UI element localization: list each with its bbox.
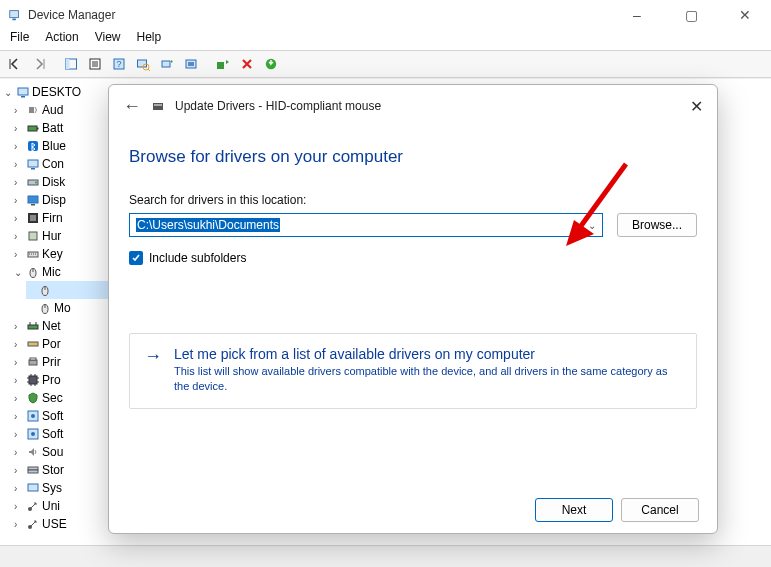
svg-rect-17: [28, 126, 37, 131]
toolbar-properties-button[interactable]: [84, 53, 106, 75]
svg-rect-24: [28, 196, 38, 203]
tree-root[interactable]: ⌄ DESKTO: [4, 83, 108, 101]
toolbar-show-hide-console-button[interactable]: [60, 53, 82, 75]
tree-item[interactable]: ›Key: [14, 245, 108, 263]
dialog-close-button[interactable]: ✕: [690, 97, 703, 116]
expand-icon[interactable]: ›: [14, 411, 24, 422]
tree-item[interactable]: ›Por: [14, 335, 108, 353]
tree-item[interactable]: ›Sec: [14, 389, 108, 407]
include-subfolders-row[interactable]: Include subfolders: [129, 251, 697, 265]
expand-icon[interactable]: ›: [14, 501, 24, 512]
expand-icon[interactable]: ›: [14, 357, 24, 368]
dialog-back-button[interactable]: ←: [123, 96, 141, 117]
tree-item-label: Sec: [42, 391, 63, 405]
battery-icon: [26, 121, 40, 135]
window-title: Device Manager: [28, 8, 115, 22]
expand-icon[interactable]: ›: [14, 123, 24, 134]
search-location-input[interactable]: C:\Users\sukhi\Documents ⌄: [129, 213, 603, 237]
svg-rect-51: [154, 104, 162, 106]
svg-rect-16: [29, 107, 34, 113]
dropdown-icon[interactable]: ⌄: [588, 220, 596, 231]
tree-item-label: Net: [42, 319, 61, 333]
expand-icon[interactable]: ›: [14, 105, 24, 116]
tree-item[interactable]: ›Stor: [14, 461, 108, 479]
dialog-footer: Next Cancel: [109, 487, 717, 533]
toolbar-scan-button[interactable]: [132, 53, 154, 75]
include-subfolders-checkbox[interactable]: [129, 251, 143, 265]
menu-view[interactable]: View: [95, 30, 121, 50]
expand-icon[interactable]: ›: [14, 483, 24, 494]
window-close-button[interactable]: ✕: [727, 7, 763, 23]
expand-icon[interactable]: ›: [14, 429, 24, 440]
device-tree[interactable]: ⌄ DESKTO ›Aud›Batt›Blue›Con›Disk›Disp›Fi…: [0, 79, 110, 545]
tree-item[interactable]: ›Aud: [14, 101, 108, 119]
tree-item-label: Disp: [42, 193, 66, 207]
tree-item[interactable]: ›Firn: [14, 209, 108, 227]
expand-icon[interactable]: ›: [14, 195, 24, 206]
expand-icon[interactable]: ›: [14, 447, 24, 458]
tree-item[interactable]: ›Sou: [14, 443, 108, 461]
next-button[interactable]: Next: [535, 498, 613, 522]
tree-item[interactable]: ›Disk: [14, 173, 108, 191]
tree-item[interactable]: ›Batt: [14, 119, 108, 137]
dialog-titlebar: ← Update Drivers - HID-compliant mouse ✕: [109, 85, 717, 127]
expand-icon[interactable]: ›: [14, 519, 24, 530]
drive-icon: [151, 99, 165, 113]
toolbar-uninstall-device-button[interactable]: [180, 53, 202, 75]
check-icon: [131, 253, 141, 263]
toolbar-help-button[interactable]: ?: [108, 53, 130, 75]
toolbar-enable-device-button[interactable]: [260, 53, 282, 75]
tree-item-label: Key: [42, 247, 63, 261]
storage-icon: [26, 463, 40, 477]
svg-rect-27: [30, 215, 36, 221]
tree-item[interactable]: ›Blue: [14, 137, 108, 155]
toolbar-update-driver-button[interactable]: [156, 53, 178, 75]
tree-item[interactable]: ›Sys: [14, 479, 108, 497]
expand-icon[interactable]: ›: [14, 393, 24, 404]
tree-item-label: Stor: [42, 463, 64, 477]
tree-item[interactable]: ›Soft: [14, 425, 108, 443]
let-me-pick-option[interactable]: → Let me pick from a list of available d…: [129, 333, 697, 409]
toolbar-add-driver-button[interactable]: [212, 53, 234, 75]
svg-rect-9: [162, 61, 170, 67]
tree-subitem[interactable]: [26, 281, 108, 299]
toolbar-back-button[interactable]: [4, 53, 26, 75]
tree-item[interactable]: ›Prir: [14, 353, 108, 371]
tree-subitem[interactable]: Mo: [26, 299, 108, 317]
expand-icon[interactable]: ›: [14, 177, 24, 188]
tree-item-label: Con: [42, 157, 64, 171]
tree-item-label: Blue: [42, 139, 66, 153]
expand-icon[interactable]: ›: [14, 339, 24, 350]
browse-button[interactable]: Browse...: [617, 213, 697, 237]
dialog-title: Update Drivers - HID-compliant mouse: [175, 99, 381, 113]
tree-item[interactable]: ›Soft: [14, 407, 108, 425]
collapse-icon[interactable]: ⌄: [4, 87, 14, 98]
expand-icon[interactable]: ⌄: [14, 267, 24, 278]
expand-icon[interactable]: ›: [14, 159, 24, 170]
menu-action[interactable]: Action: [45, 30, 78, 50]
expand-icon[interactable]: ›: [14, 249, 24, 260]
expand-icon[interactable]: ›: [14, 465, 24, 476]
expand-icon[interactable]: ›: [14, 141, 24, 152]
menu-file[interactable]: File: [10, 30, 29, 50]
expand-icon[interactable]: ›: [14, 375, 24, 386]
toolbar-forward-button[interactable]: [28, 53, 50, 75]
toolbar-disable-device-button[interactable]: [236, 53, 258, 75]
window-min-button[interactable]: –: [619, 7, 655, 23]
tree-item[interactable]: ›Net: [14, 317, 108, 335]
menu-help[interactable]: Help: [137, 30, 162, 50]
tree-item[interactable]: ›Hur: [14, 227, 108, 245]
expand-icon[interactable]: ›: [14, 213, 24, 224]
tree-item[interactable]: ›Disp: [14, 191, 108, 209]
window-max-button[interactable]: ▢: [673, 7, 709, 23]
tree-item-label: Por: [42, 337, 61, 351]
expand-icon[interactable]: ›: [14, 321, 24, 332]
tree-item[interactable]: ›USE: [14, 515, 108, 533]
cancel-button[interactable]: Cancel: [621, 498, 699, 522]
search-location-value: C:\Users\sukhi\Documents: [136, 218, 280, 232]
tree-item[interactable]: ›Pro: [14, 371, 108, 389]
tree-item[interactable]: ›Uni: [14, 497, 108, 515]
expand-icon[interactable]: ›: [14, 231, 24, 242]
tree-item[interactable]: ›Con: [14, 155, 108, 173]
tree-item[interactable]: ⌄Mic: [14, 263, 108, 281]
